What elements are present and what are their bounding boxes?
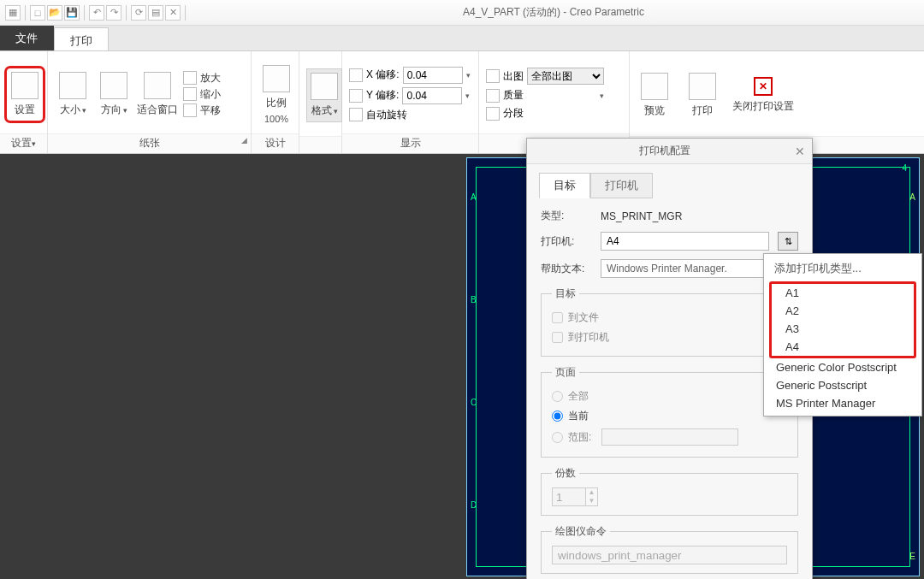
zoom-in-icon: [183, 71, 197, 85]
page-range-input: [601, 428, 738, 446]
save-icon[interactable]: 💾: [64, 5, 80, 21]
window-title: A4_V_PART (活动的) - Creo Parametric: [188, 5, 919, 20]
open-icon[interactable]: 📂: [47, 5, 62, 21]
format-icon: [311, 73, 338, 100]
print-button[interactable]: 打印: [684, 73, 720, 118]
copies-fieldset: 份数 ▲▼: [541, 466, 798, 516]
new-icon[interactable]: □: [30, 5, 45, 21]
copies-input: [552, 487, 586, 506]
y-offset-input[interactable]: [402, 87, 462, 104]
x-offset-input[interactable]: [403, 67, 463, 84]
dialog-tab-printer[interactable]: 打印机: [590, 173, 653, 198]
output-label: 出图: [503, 69, 524, 84]
undo-icon[interactable]: ↶: [89, 5, 104, 21]
group-label-display: 显示: [342, 133, 478, 153]
group-label-paper: 纸张: [139, 137, 160, 149]
printer-icon: [689, 73, 716, 100]
popup-header[interactable]: 添加打印机类型...: [764, 257, 921, 281]
popup-item-a3[interactable]: A3: [773, 320, 912, 338]
command-input: [552, 546, 787, 564]
printer-input[interactable]: [601, 232, 769, 251]
help-label: 帮助文本:: [541, 262, 592, 276]
tab-file[interactable]: 文件: [0, 26, 54, 50]
popup-item-ms[interactable]: MS Printer Manager: [764, 394, 921, 412]
title-bar: ▦ □ 📂 💾 ↶ ↷ ⟳ ▤ ✕ A4_V_PART (活动的) - Creo…: [0, 0, 924, 26]
x-offset-icon: [349, 68, 363, 82]
scale-button[interactable]: 比例100%: [258, 65, 294, 124]
quality-icon: [486, 89, 500, 103]
settings-icon: [11, 72, 38, 99]
type-value: MS_PRINT_MGR: [601, 210, 682, 222]
auto-rotate-toggle[interactable]: 自动旋转: [349, 108, 471, 122]
popup-item-a2[interactable]: A2: [773, 302, 912, 320]
page-range-radio: [552, 432, 563, 443]
output-icon: [486, 69, 500, 83]
popup-item-a1[interactable]: A1: [773, 284, 912, 302]
pan-icon: [183, 103, 197, 117]
size-button[interactable]: 大小: [55, 72, 91, 117]
page-all-radio: [552, 391, 563, 402]
app-icon: ▦: [5, 5, 21, 21]
target-fieldset: 目标 到文件 到打印机: [541, 287, 798, 357]
printer-type-popup: 添加打印机类型... A1 A2 A3 A4 Generic Color Pos…: [763, 253, 922, 417]
page-fieldset: 页面 全部 当前 范围:: [541, 365, 798, 458]
fit-window-button[interactable]: 适合窗口: [137, 72, 178, 117]
window-icon[interactable]: ▤: [148, 5, 163, 21]
arrows-icon: ⇅: [785, 236, 792, 247]
group-label-design: 设计: [252, 133, 299, 153]
pan-button[interactable]: 平移: [183, 103, 221, 118]
orientation-button[interactable]: 方向: [96, 72, 132, 117]
target-legend: 目标: [552, 287, 579, 301]
segment-icon: [486, 107, 500, 121]
to-printer-checkbox: [552, 332, 563, 343]
settings-button[interactable]: 设置: [7, 68, 43, 121]
quality-button[interactable]: 质量▾: [486, 88, 604, 103]
regen-icon[interactable]: ⟳: [131, 5, 146, 21]
popup-item-gcp[interactable]: Generic Color Postscript: [764, 358, 921, 376]
output-select[interactable]: 全部出图: [527, 68, 604, 85]
zoom-out-button[interactable]: 缩小: [183, 87, 221, 102]
segment-button[interactable]: 分段: [486, 106, 604, 121]
printer-label: 打印机:: [541, 234, 592, 249]
command-fieldset: 绘图仪命令: [541, 524, 798, 574]
printer-picker-button[interactable]: ⇅: [778, 232, 798, 251]
command-legend: 绘图仪命令: [552, 524, 610, 539]
format-button[interactable]: 格式: [306, 68, 342, 122]
preview-button[interactable]: 预览: [637, 73, 672, 118]
dialog-close-button[interactable]: ✕: [795, 145, 805, 158]
popup-item-a4[interactable]: A4: [773, 338, 912, 356]
page-current-radio[interactable]: [552, 411, 563, 422]
dialog-tab-target[interactable]: 目标: [539, 173, 590, 198]
page-legend: 页面: [552, 365, 579, 380]
y-offset-icon: [349, 89, 363, 103]
y-offset-label: Y 偏移:: [366, 88, 399, 103]
main-tabs: 文件 打印: [0, 26, 924, 51]
close-icon: ✕: [754, 77, 773, 96]
x-offset-label: X 偏移:: [366, 68, 400, 82]
close-print-button[interactable]: ✕关闭打印设置: [732, 77, 794, 114]
fit-icon: [144, 72, 171, 99]
rotate-icon: [349, 108, 363, 121]
copies-legend: 份数: [552, 466, 579, 481]
preview-icon: [641, 73, 668, 100]
size-icon: [59, 72, 86, 99]
type-label: 类型:: [541, 209, 592, 223]
orientation-icon: [100, 72, 127, 99]
tab-print[interactable]: 打印: [54, 27, 109, 50]
zoom-out-icon: [183, 87, 197, 101]
group-label-settings: 设置: [11, 137, 32, 149]
scale-icon: [263, 65, 290, 92]
highlight-box: A1 A2 A3 A4: [769, 281, 916, 358]
close-win-icon[interactable]: ✕: [165, 5, 181, 21]
dialog-title: 打印机配置: [534, 144, 795, 158]
popup-item-gp[interactable]: Generic Postscript: [764, 376, 921, 394]
to-file-checkbox: [552, 312, 563, 323]
zoom-in-button[interactable]: 放大: [183, 71, 221, 86]
redo-icon[interactable]: ↷: [106, 5, 121, 21]
settings-label: 设置: [15, 103, 35, 117]
